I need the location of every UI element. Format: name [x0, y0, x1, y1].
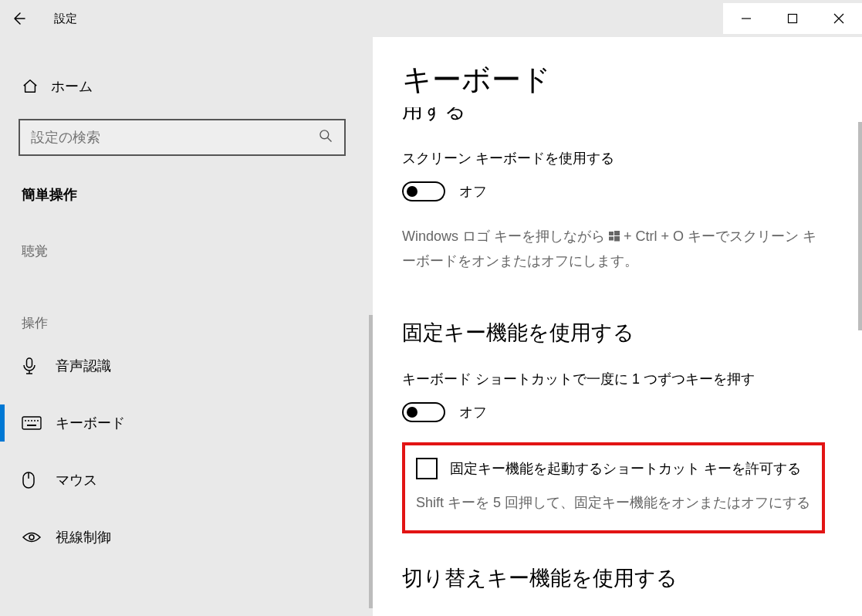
togglekeys-heading: 切り替えキー機能を使用する: [402, 564, 825, 592]
cutoff-heading: 実際のキーボードを使わずにデバイスを使用する: [402, 107, 825, 123]
sticky-shortcut-hint: Shift キーを 5 回押して、固定キー機能をオンまたはオフにする: [416, 493, 811, 512]
home-label: ホーム: [51, 77, 93, 96]
sticky-shortcut-checkbox[interactable]: [416, 458, 438, 479]
microphone-icon: [22, 357, 56, 375]
group-interaction: 操作: [0, 314, 373, 332]
sidebar-category: 簡単操作: [0, 185, 373, 204]
home-nav[interactable]: ホーム: [0, 68, 373, 105]
sticky-shortcut-label: 固定キー機能を起動するショートカット キーを許可する: [450, 459, 801, 478]
nav-mouse[interactable]: マウス: [0, 457, 373, 503]
mouse-icon: [22, 471, 56, 489]
back-button[interactable]: [0, 0, 37, 37]
highlight-box: 固定キー機能を起動するショートカット キーを許可する Shift キーを 5 回…: [402, 442, 825, 533]
svg-point-12: [37, 420, 39, 421]
windows-logo-icon: [609, 225, 620, 249]
nav-eye-label: 視線制御: [56, 528, 111, 547]
sticky-toggle-state: オフ: [459, 403, 487, 421]
search-icon: [318, 128, 333, 147]
content-scrollbar[interactable]: [858, 122, 862, 330]
svg-rect-1: [789, 15, 797, 23]
page-title: キーボード: [402, 60, 825, 100]
svg-line-5: [328, 138, 332, 142]
nav-voice[interactable]: 音声認識: [0, 343, 373, 389]
svg-point-10: [31, 420, 32, 421]
eye-icon: [22, 530, 56, 544]
svg-point-16: [29, 535, 34, 540]
svg-rect-13: [27, 425, 36, 426]
svg-rect-6: [27, 358, 32, 367]
svg-point-9: [28, 420, 29, 421]
osk-label: スクリーン キーボードを使用する: [402, 149, 825, 168]
minimize-button[interactable]: [723, 3, 769, 34]
nav-voice-label: 音声認識: [56, 357, 111, 375]
window-title: 設定: [54, 12, 77, 26]
close-button[interactable]: [816, 3, 862, 34]
svg-rect-17: [609, 232, 614, 235]
nav-keyboard[interactable]: キーボード: [0, 400, 373, 446]
nav-mouse-label: マウス: [56, 471, 97, 489]
svg-rect-20: [614, 236, 620, 242]
sticky-label: キーボード ショートカットで一度に 1 つずつキーを押す: [402, 370, 825, 388]
sticky-toggle[interactable]: [402, 402, 445, 422]
maximize-button[interactable]: [769, 3, 816, 34]
group-hearing: 聴覚: [0, 242, 373, 260]
svg-point-11: [34, 420, 35, 421]
nav-eye[interactable]: 視線制御: [0, 514, 373, 560]
keyboard-icon: [22, 416, 56, 430]
svg-point-8: [25, 420, 26, 421]
svg-rect-7: [22, 417, 41, 429]
sticky-heading: 固定キー機能を使用する: [402, 319, 825, 347]
osk-help: Windows ロゴ キーを押しながら + Ctrl + O キーでスクリーン …: [402, 225, 825, 272]
osk-toggle[interactable]: [402, 181, 445, 201]
home-icon: [22, 78, 51, 95]
osk-toggle-state: オフ: [459, 182, 487, 201]
svg-rect-18: [614, 231, 620, 235]
svg-rect-19: [609, 236, 614, 240]
svg-point-4: [320, 130, 329, 139]
nav-keyboard-label: キーボード: [56, 414, 125, 432]
search-input[interactable]: [31, 130, 318, 146]
search-box[interactable]: [19, 119, 346, 156]
